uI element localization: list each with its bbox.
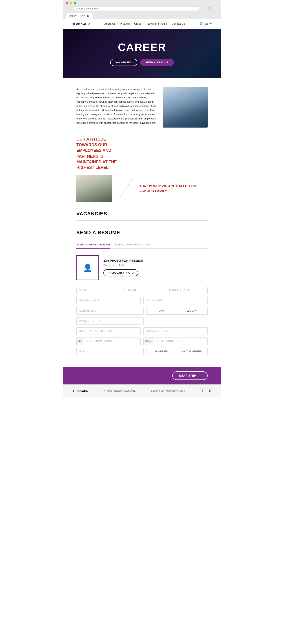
quote-right-text: THAT IS WHY WE ARE CALLED THE AKKORD FAM… <box>139 184 208 193</box>
footer-site-name: JeyKhun Imanov Studio <box>161 390 185 392</box>
mobile-phone-code: 077 ▼ <box>144 338 154 345</box>
footer-social: f in <box>200 388 212 393</box>
steps-bar: STEP 1 MAIN INFORMATION STEP 2 OTHER INF… <box>76 241 208 248</box>
step-1-tab[interactable]: STEP 1 MAIN INFORMATION <box>76 241 114 248</box>
next-step-label: NEXT STEP <box>179 374 196 377</box>
nav-lang-chevron[interactable]: ▼ <box>210 22 212 25</box>
birthday-citizenship-row <box>76 297 208 304</box>
reg-address-input[interactable] <box>76 328 141 335</box>
email-marital-row: MARRIED NOT MARRIED <box>76 348 208 355</box>
photo-subtitle: One file up to 1mb <box>103 264 143 266</box>
photo-title: 3X4 PHOTO FOR RESUME <box>103 259 143 262</box>
mobile-phone-input[interactable] <box>154 338 207 345</box>
browser-share-button[interactable]: ⇧ <box>207 6 212 11</box>
not-married-button[interactable]: NOT MARRIED <box>177 348 208 355</box>
nav-link-career[interactable]: Career <box>134 22 142 25</box>
hero-buttons: VACANCIES SEND A RESUME <box>110 59 174 66</box>
nav-globe-icon: 🌐 <box>199 22 203 25</box>
nav-links: About Us Projects Career News and media … <box>105 22 185 25</box>
browser-dot-red[interactable] <box>66 2 68 4</box>
browser-toolbar: ‹ › akkord.az/en/career/ ↻ ⇧ ⋮ <box>66 6 218 11</box>
footer-site-logo-icon: ♥ <box>159 390 160 392</box>
footer-logo-icon: ◀ <box>72 389 74 392</box>
photo-upload-area: 👤 3X4 PHOTO FOR RESUME One file up to 1m… <box>76 255 208 280</box>
browser-dot-yellow[interactable] <box>70 2 72 4</box>
home-phone-input[interactable] <box>84 338 140 345</box>
browser-back-button[interactable]: ‹ <box>66 6 69 11</box>
nav-link-projects[interactable]: Projects <box>120 22 130 25</box>
photo-info: 3X4 PHOTO FOR RESUME One file up to 1mb … <box>103 259 143 276</box>
name-row <box>76 287 208 294</box>
birthday-input[interactable] <box>76 297 141 304</box>
browser-tab[interactable]: Akkord STİK ASC <box>66 13 93 19</box>
footer-site: Site by ♥ JeyKhun Imanov Studio <box>151 390 185 392</box>
step-2-tab[interactable]: STEP 2 OTHER INFORMATION <box>114 241 155 248</box>
linkedin-icon[interactable]: in <box>207 388 212 393</box>
home-phone-code: 012 <box>77 338 84 345</box>
nav-right: 🌐 EN ▼ <box>199 22 212 25</box>
quote-left-text: OUR ATTITUDE TOWARDS OUR EMPLOYEES AND P… <box>76 136 126 170</box>
footer-copyright: All rights reserved © 2005-2021. <box>104 390 136 392</box>
gender-woman-button[interactable]: WOMAN <box>177 307 208 314</box>
place-of-birth-row <box>76 317 208 325</box>
phone-row: 012 077 ▼ <box>76 338 208 345</box>
browser-chrome: ‹ › akkord.az/en/career/ ↻ ⇧ ⋮ Akkord ST… <box>63 0 221 19</box>
about-text: As a modern and dynamically developing c… <box>76 87 156 128</box>
email-input[interactable] <box>76 348 144 355</box>
site-nav: ◀ AKKORD About Us Projects Career News a… <box>63 19 221 29</box>
citizenship-input[interactable] <box>143 297 208 304</box>
footer-site-prefix: Site by <box>151 390 158 392</box>
vacancies-button[interactable]: VACANCIES <box>110 59 137 66</box>
about-image-inner <box>163 87 208 128</box>
address-row <box>76 328 208 335</box>
upload-photo-button[interactable]: ⇧ UPLOAD A PHOTO <box>103 269 138 276</box>
mobile-phone-field: 077 ▼ <box>143 338 208 345</box>
home-phone-field: 012 <box>76 338 141 345</box>
hero: CAREER VACANCIES SEND A RESUME <box>63 29 221 78</box>
facebook-icon[interactable]: f <box>200 388 205 393</box>
footer-logo: ◀ AKKORD <box>72 389 88 392</box>
quote-divider-area: THAT IS WHY WE ARE CALLED THE AKKORD FAM… <box>76 175 208 202</box>
gender-man-button[interactable]: MAN <box>146 307 177 314</box>
hero-title: CAREER <box>118 41 166 54</box>
vacancies-divider <box>76 220 208 221</box>
browser-reload-button[interactable]: ↻ <box>201 6 205 11</box>
nav-link-contact[interactable]: Contact Us <box>171 22 185 25</box>
about-section: As a modern and dynamically developing c… <box>76 87 208 128</box>
mobile-code-chevron[interactable]: ▼ <box>150 340 152 342</box>
quote-section: OUR ATTITUDE TOWARDS OUR EMPLOYEES AND P… <box>76 136 208 202</box>
about-image <box>163 87 208 128</box>
browser-dot-green[interactable] <box>74 2 76 4</box>
browser-menu-button[interactable]: ⋮ <box>213 6 218 11</box>
fathers-name-input[interactable] <box>166 287 208 294</box>
browser-url-bar[interactable]: akkord.az/en/career/ <box>74 6 199 11</box>
nationality-gender-row: MAN WOMAN <box>76 307 208 314</box>
married-button[interactable]: MARRIED <box>146 348 177 355</box>
vacancies-title: VACANCIES <box>76 211 208 217</box>
quote-image-inner <box>76 175 112 202</box>
next-step-arrow-icon: → <box>198 374 201 377</box>
photo-placeholder: 👤 <box>76 255 99 280</box>
nav-logo-icon: ◀ <box>72 22 75 26</box>
upload-btn-label: UPLOAD A PHOTO <box>111 272 134 274</box>
actual-address-input[interactable] <box>143 328 208 335</box>
nav-language[interactable]: EN <box>204 22 208 25</box>
nav-link-news[interactable]: News and media <box>147 22 167 25</box>
person-icon: 👤 <box>83 264 92 272</box>
next-step-button[interactable]: NEXT STEP → <box>172 372 208 380</box>
send-resume-title: SEND A RESUME <box>76 230 208 236</box>
nav-logo: ◀ AKKORD <box>72 22 90 26</box>
surname-input[interactable] <box>121 287 163 294</box>
cta-bar: NEXT STEP → <box>63 367 221 384</box>
diagonal-line <box>117 177 135 200</box>
main-content: As a modern and dynamically developing c… <box>63 78 221 367</box>
place-of-birth-input[interactable] <box>76 317 144 325</box>
nav-link-about[interactable]: About Us <box>105 22 116 25</box>
name-input[interactable] <box>76 287 118 294</box>
browser-forward-button[interactable]: › <box>69 6 72 11</box>
nationality-input[interactable] <box>76 307 144 314</box>
quote-image <box>76 175 112 202</box>
send-resume-button[interactable]: SEND A RESUME <box>140 59 174 66</box>
upload-icon: ⇧ <box>108 271 110 274</box>
send-resume-section: SEND A RESUME STEP 1 MAIN INFORMATION ST… <box>76 230 208 355</box>
